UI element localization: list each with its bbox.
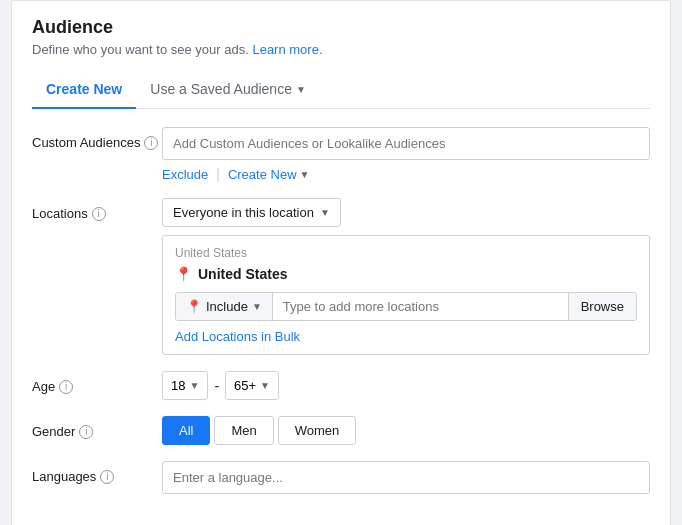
location-type-input[interactable] xyxy=(273,293,568,320)
gender-info-icon[interactable]: i xyxy=(79,425,93,439)
custom-audiences-row: Custom Audiences i Exclude | Create New … xyxy=(32,127,650,182)
languages-label: Languages i xyxy=(32,461,162,484)
chevron-down-icon: ▼ xyxy=(320,207,330,218)
age-from-select[interactable]: 18 ▼ xyxy=(162,371,208,400)
gender-row: Gender i All Men Women xyxy=(32,416,650,445)
gender-buttons: All Men Women xyxy=(162,416,650,445)
tab-saved-audience[interactable]: Use a Saved Audience ▼ xyxy=(136,71,320,109)
create-new-button[interactable]: Create New ▼ xyxy=(228,167,310,182)
gender-label: Gender i xyxy=(32,416,162,439)
tab-create-new[interactable]: Create New xyxy=(32,71,136,109)
custom-audiences-input[interactable] xyxy=(162,127,650,160)
custom-audiences-control: Exclude | Create New ▼ xyxy=(162,127,650,182)
gender-control: All Men Women xyxy=(162,416,650,445)
location-box: United States 📍 United States 📍 Include … xyxy=(162,235,650,355)
browse-button[interactable]: Browse xyxy=(568,293,636,320)
pin-small-icon: 📍 xyxy=(186,299,202,314)
chevron-down-icon: ▼ xyxy=(260,380,270,391)
custom-audiences-label: Custom Audiences i xyxy=(32,127,162,150)
age-label: Age i xyxy=(32,371,162,394)
location-dropdown[interactable]: Everyone in this location ▼ xyxy=(162,198,341,227)
age-row: Age i 18 ▼ - 65+ ▼ xyxy=(32,371,650,400)
gender-men-button[interactable]: Men xyxy=(214,416,273,445)
locations-row: Locations i Everyone in this location ▼ … xyxy=(32,198,650,355)
locations-label: Locations i xyxy=(32,198,162,221)
page-subtitle: Define who you want to see your ads. Lea… xyxy=(32,42,650,57)
gender-women-button[interactable]: Women xyxy=(278,416,357,445)
chevron-down-icon: ▼ xyxy=(300,169,310,180)
audience-card: Audience Define who you want to see your… xyxy=(11,0,671,525)
locations-control: Everyone in this location ▼ United State… xyxy=(162,198,650,355)
country-label: United States xyxy=(175,246,637,260)
learn-more-link[interactable]: Learn more. xyxy=(252,42,322,57)
custom-audiences-info-icon[interactable]: i xyxy=(144,136,158,150)
age-selects: 18 ▼ - 65+ ▼ xyxy=(162,371,650,400)
gender-all-button[interactable]: All xyxy=(162,416,210,445)
language-input[interactable] xyxy=(162,461,650,494)
include-select[interactable]: 📍 Include ▼ xyxy=(176,293,273,320)
locations-info-icon[interactable]: i xyxy=(92,207,106,221)
languages-info-icon[interactable]: i xyxy=(100,470,114,484)
divider: | xyxy=(216,166,220,182)
add-locations-bulk-link[interactable]: Add Locations in Bulk xyxy=(175,329,637,344)
page-title: Audience xyxy=(32,17,650,38)
age-dash: - xyxy=(214,378,219,394)
languages-row: Languages i xyxy=(32,461,650,494)
chevron-down-icon: ▼ xyxy=(189,380,199,391)
exclude-link[interactable]: Exclude xyxy=(162,167,208,182)
languages-control xyxy=(162,461,650,494)
age-info-icon[interactable]: i xyxy=(59,380,73,394)
tabs-container: Create New Use a Saved Audience ▼ xyxy=(32,71,650,109)
include-row: 📍 Include ▼ Browse xyxy=(175,292,637,321)
audiences-actions: Exclude | Create New ▼ xyxy=(162,166,650,182)
pin-icon: 📍 xyxy=(175,266,192,282)
location-entry: 📍 United States xyxy=(175,266,637,282)
chevron-down-icon: ▼ xyxy=(252,301,262,312)
age-to-select[interactable]: 65+ ▼ xyxy=(225,371,279,400)
chevron-down-icon: ▼ xyxy=(296,84,306,95)
age-control: 18 ▼ - 65+ ▼ xyxy=(162,371,650,400)
